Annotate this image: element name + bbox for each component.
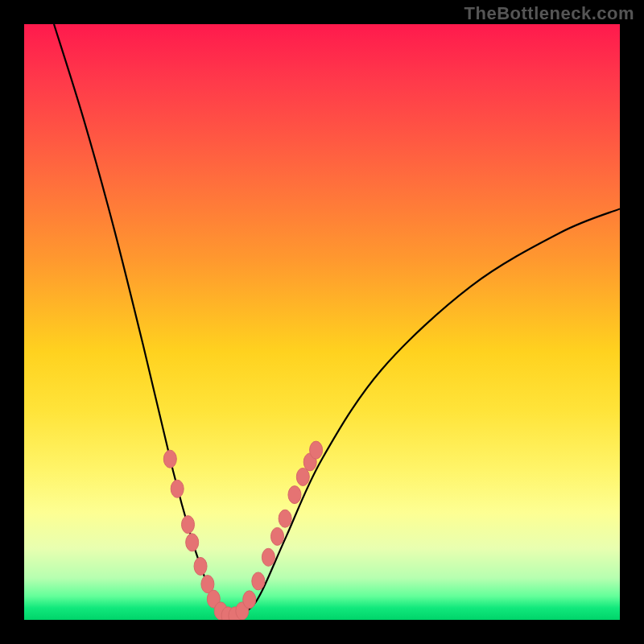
data-marker bbox=[243, 591, 256, 609]
watermark-text: TheBottleneck.com bbox=[464, 3, 634, 24]
data-marker bbox=[296, 468, 309, 485]
data-marker bbox=[288, 486, 301, 504]
curve-path bbox=[54, 24, 620, 615]
bottleneck-curve bbox=[24, 24, 620, 620]
data-marker bbox=[182, 516, 195, 534]
data-marker bbox=[194, 557, 207, 575]
data-marker bbox=[252, 572, 265, 590]
curve-markers bbox=[163, 441, 322, 620]
data-marker bbox=[186, 534, 199, 551]
data-marker bbox=[163, 450, 176, 468]
data-marker bbox=[271, 527, 284, 545]
plot-area bbox=[24, 24, 620, 620]
chart-frame: TheBottleneck.com bbox=[0, 0, 644, 644]
data-marker bbox=[279, 510, 291, 527]
data-marker bbox=[262, 548, 275, 566]
data-marker bbox=[310, 441, 323, 459]
data-marker bbox=[171, 480, 184, 497]
